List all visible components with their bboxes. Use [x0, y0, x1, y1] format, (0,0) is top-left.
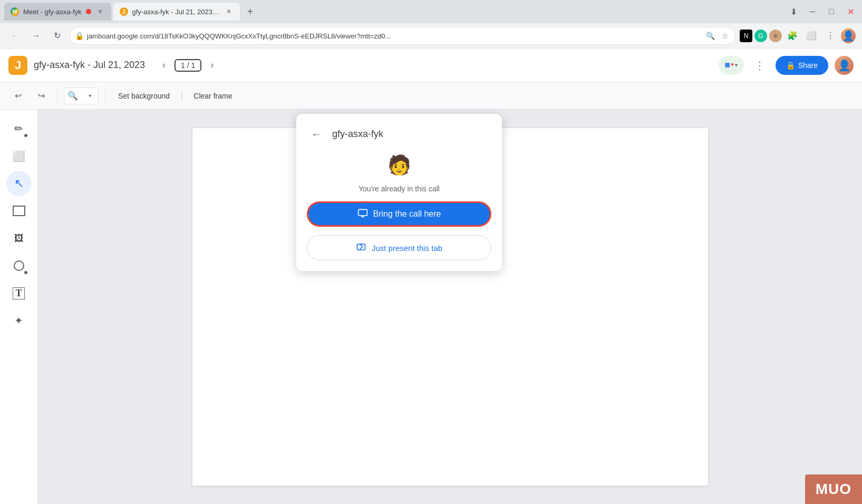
- next-page-button[interactable]: ›: [204, 57, 220, 74]
- zoom-wrapper: 🔍 ▾: [64, 88, 99, 104]
- undo-button[interactable]: ↩: [8, 86, 27, 105]
- set-background-button[interactable]: Set background: [112, 86, 176, 105]
- extensions-icon[interactable]: 🧩: [784, 27, 801, 44]
- sticky-note-tool-button[interactable]: [6, 198, 32, 224]
- eraser-icon: ⬜: [12, 150, 25, 162]
- forward-button[interactable]: →: [27, 27, 44, 44]
- address-input[interactable]: jamboard.google.com/d/18TsKkO3kyQQQWKKnj…: [70, 27, 735, 45]
- popup-body: 🧑 You're already in this call Bring the …: [307, 154, 491, 260]
- tab-bar-minimize-icon[interactable]: ─: [805, 4, 820, 19]
- app-logo: J: [8, 56, 27, 75]
- meet-icon: ■●: [724, 60, 734, 71]
- share-lock-icon: 🔒: [786, 61, 795, 70]
- tab-bar-close-icon[interactable]: ✕: [843, 4, 858, 19]
- tab-jamboard-favicon: J: [120, 7, 128, 16]
- select-icon: ↖: [14, 177, 24, 190]
- browser-right-icons: N G ✳ 🧩 ⬜ ⋮ 👤: [740, 27, 856, 44]
- already-in-call-text: You're already in this call: [359, 185, 440, 193]
- muo-watermark: MUO: [805, 474, 862, 504]
- tab-bar-maximize-icon[interactable]: □: [824, 4, 839, 19]
- laser-icon: ✦: [14, 314, 23, 327]
- tab-bar-right: ⬇ ─ □ ✕: [786, 4, 858, 19]
- sticky-note-icon: [13, 206, 25, 216]
- pen-tool-dot: [24, 134, 27, 137]
- profile-avatar[interactable]: 👤: [841, 28, 856, 43]
- present-tab-label: Just present this tab: [372, 244, 442, 253]
- screenshare-icon[interactable]: ⬜: [803, 27, 820, 44]
- back-button[interactable]: ←: [6, 27, 23, 44]
- drawing-toolbar: ↩ ↪ 🔍 ▾ Set background | Clear frame: [0, 82, 862, 110]
- share-button[interactable]: 🔒 Share: [776, 56, 828, 75]
- circle-icon: [14, 260, 24, 271]
- add-tab-button[interactable]: +: [242, 3, 259, 20]
- popup-back-button[interactable]: ←: [307, 124, 326, 143]
- bring-call-label: Bring the call here: [373, 209, 441, 219]
- toolbar-right: ■● ▾ ⋮ 🔒 Share 👤: [719, 56, 854, 75]
- pen-icon: ✏: [14, 122, 23, 135]
- clear-frame-button[interactable]: Clear frame: [187, 86, 238, 105]
- tab-jamboard-title: gfy-asxa-fyk - Jul 21, 2023 - Goo...: [132, 8, 220, 16]
- lock-icon: 🔒: [75, 32, 84, 40]
- meet-chevron-icon: ▾: [735, 62, 738, 68]
- popup-header: ← gfy-asxa-fyk: [307, 124, 491, 143]
- redo-button[interactable]: ↪: [32, 86, 51, 105]
- toolbar-nav: ‹ 1 / 1 ›: [156, 57, 220, 74]
- tab-bar: M Meet - gfy-asxa-fyk ✕ J gfy-asxa-fyk -…: [0, 0, 862, 23]
- tab-meet[interactable]: M Meet - gfy-asxa-fyk ✕: [4, 3, 111, 21]
- shape-tool-dot: [24, 271, 27, 274]
- address-wrapper: 🔒 jamboard.google.com/d/18TsKkO3kyQQQWKK…: [70, 27, 735, 45]
- app-toolbar: J gfy-asxa-fyk - Jul 21, 2023 ‹ 1 / 1 › …: [0, 49, 862, 82]
- svg-rect-0: [358, 209, 367, 216]
- bring-call-button[interactable]: Bring the call here: [307, 201, 491, 227]
- tab-jamboard-close[interactable]: ✕: [224, 7, 234, 16]
- tab-meet-favicon: M: [11, 7, 19, 16]
- tab-recording-dot: [86, 9, 91, 14]
- svg-rect-1: [361, 216, 364, 217]
- tab-bar-profile-icon[interactable]: ⬇: [786, 4, 801, 19]
- search-icon[interactable]: 🔍: [704, 30, 716, 42]
- canvas-area: ← gfy-asxa-fyk 🧑 You're already in this …: [38, 110, 862, 504]
- eraser-tool-button[interactable]: ⬜: [6, 143, 32, 169]
- zoom-button[interactable]: 🔍: [64, 88, 81, 104]
- bookmark-icon[interactable]: ☆: [719, 30, 731, 42]
- address-bar: ← → ↻ 🔒 jamboard.google.com/d/18TsKkO3ky…: [0, 23, 862, 49]
- extension-claude-icon[interactable]: ✳: [769, 30, 782, 42]
- present-tab-button[interactable]: Just present this tab: [307, 235, 491, 260]
- address-right-icons: 🔍 ☆: [704, 30, 731, 42]
- page-counter: 1 / 1: [175, 59, 201, 72]
- toolbar-divider-2: [105, 90, 105, 102]
- app-title: gfy-asxa-fyk - Jul 21, 2023: [34, 60, 145, 71]
- zoom-dropdown[interactable]: ▾: [81, 88, 98, 104]
- text-tool-button[interactable]: T: [6, 280, 32, 306]
- pen-tool-button[interactable]: ✏: [6, 116, 32, 141]
- toolbar-divider: [57, 90, 57, 102]
- tab-meet-title: Meet - gfy-asxa-fyk: [23, 8, 82, 16]
- shape-tool-button[interactable]: [6, 253, 32, 278]
- extension-notion-icon[interactable]: N: [740, 30, 752, 42]
- call-popup: ← gfy-asxa-fyk 🧑 You're already in this …: [296, 114, 502, 271]
- refresh-button[interactable]: ↻: [49, 27, 65, 44]
- select-tool-button[interactable]: ↖: [6, 171, 32, 196]
- back-arrow-icon: ←: [311, 128, 322, 140]
- present-tab-icon: [356, 242, 366, 254]
- more-options-button[interactable]: ⋮: [750, 56, 769, 75]
- browser-chrome: M Meet - gfy-asxa-fyk ✕ J gfy-asxa-fyk -…: [0, 0, 862, 49]
- text-icon: T: [13, 287, 24, 299]
- more-icon[interactable]: ⋮: [822, 27, 839, 44]
- tab-jamboard[interactable]: J gfy-asxa-fyk - Jul 21, 2023 - Goo... ✕: [113, 3, 240, 21]
- user-avatar[interactable]: 👤: [835, 56, 854, 75]
- image-icon: 🖼: [14, 233, 24, 244]
- popup-title: gfy-asxa-fyk: [332, 129, 383, 140]
- svg-rect-2: [362, 217, 363, 218]
- prev-page-button[interactable]: ‹: [156, 57, 172, 74]
- main-content: ✏ ⬜ ↖ 🖼 T ✦ ←: [0, 110, 862, 504]
- tab-meet-close[interactable]: ✕: [95, 7, 105, 16]
- laser-tool-button[interactable]: ✦: [6, 308, 32, 333]
- meet-button[interactable]: ■● ▾: [719, 56, 744, 75]
- extension-grammarly-icon[interactable]: G: [754, 30, 767, 42]
- image-tool-button[interactable]: 🖼: [6, 226, 32, 251]
- side-tools: ✏ ⬜ ↖ 🖼 T ✦: [0, 110, 38, 504]
- bring-call-icon: [357, 208, 368, 220]
- user-avatar-popup: 🧑: [388, 154, 411, 176]
